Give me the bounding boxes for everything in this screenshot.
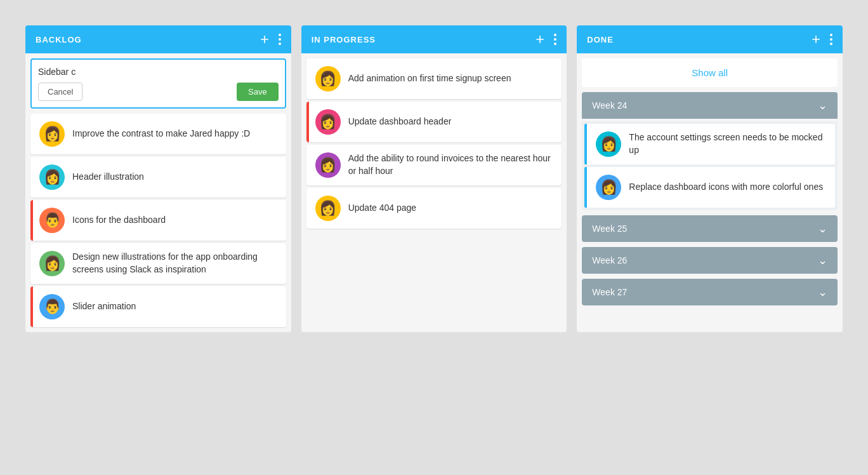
- card-text-ip2: Update dashboard header: [348, 116, 452, 128]
- card-text-ip1: Add animation on first time signup scree…: [348, 72, 511, 85]
- done-card-replace-icons[interactable]: 👩 Replace dashboard icons with more colo…: [584, 167, 835, 208]
- card-update-404[interactable]: 👩 Update 404 page: [306, 188, 562, 229]
- avatar-card-ip4: 👩: [315, 196, 341, 221]
- card-update-dashboard-header[interactable]: 👩 Update dashboard header: [306, 102, 562, 142]
- avatar-card-bc3: 👨: [39, 208, 65, 233]
- avatar-face-ip2: 👩: [319, 114, 336, 130]
- done-header-actions: [810, 33, 832, 46]
- week-row-25[interactable]: Week 25 ⌄: [582, 215, 838, 242]
- avatar-card-ip1: 👩: [315, 66, 341, 91]
- column-title-done: DONE: [587, 35, 614, 44]
- more-options-backlog-button[interactable]: [279, 34, 281, 45]
- avatar-face-bc1: 👩: [44, 126, 61, 142]
- vertical-dots-icon-backlog: [279, 34, 281, 45]
- avatar-face-ip3: 👩: [319, 157, 336, 173]
- more-options-inprogress-button[interactable]: [554, 34, 556, 45]
- avatar-done-dc1: 👩: [596, 131, 621, 157]
- inprogress-body: 👩 Add animation on first time signup scr…: [301, 53, 567, 332]
- avatar-face-ip1: 👩: [319, 70, 336, 87]
- chevron-down-icon-week25: ⌄: [818, 223, 827, 234]
- new-card-text-input[interactable]: [38, 67, 279, 77]
- card-text-bc3: Icons for the dashboard: [72, 214, 166, 227]
- card-text-bc2: Header illustration: [72, 171, 144, 184]
- backlog-body: Cancel Save 👩 Improve the contrast to ma…: [25, 53, 291, 332]
- week-24-cards: 👩 The account settings screen needs to b…: [582, 121, 838, 210]
- column-title-backlog: BACKLOG: [36, 35, 82, 44]
- avatar-card-bc4: 👩: [39, 251, 65, 276]
- column-header-backlog: BACKLOG: [25, 25, 291, 53]
- avatar-card-ip2: 👩: [315, 109, 341, 135]
- backlog-header-actions: [258, 33, 281, 46]
- chevron-down-icon-week27: ⌄: [818, 286, 827, 298]
- new-card-action-buttons: Cancel Save: [38, 83, 279, 101]
- vertical-dots-icon-inprogress: [554, 34, 556, 45]
- done-card-text-dc1: The account settings screen needs to be …: [629, 131, 826, 156]
- avatar-card-ip3: 👩: [315, 152, 341, 178]
- card-improve-contrast[interactable]: 👩 Improve the contrast to make Jared hap…: [30, 114, 286, 154]
- avatar-card-bc1: 👩: [39, 121, 65, 147]
- chevron-down-icon-week26: ⌄: [818, 255, 827, 266]
- avatar-card-bc5: 👨: [39, 294, 65, 319]
- week-row-27[interactable]: Week 27 ⌄: [582, 279, 838, 305]
- add-card-done-button[interactable]: [810, 33, 822, 46]
- avatar-face-bc4: 👩: [44, 255, 61, 272]
- avatar-card-bc2: 👩: [39, 164, 65, 190]
- done-body: Show all Week 24 ⌄ 👩 The account setting…: [577, 53, 843, 332]
- avatar-face-dc2: 👩: [600, 179, 617, 196]
- add-card-backlog-button[interactable]: [258, 33, 271, 46]
- kanban-board: BACKLOG Cancel Save: [13, 13, 855, 345]
- week-24-label: Week 24: [592, 100, 627, 110]
- card-icons-dashboard[interactable]: 👨 Icons for the dashboard: [30, 200, 286, 241]
- avatar-face-ip4: 👩: [319, 200, 336, 217]
- avatar-face-bc5: 👨: [44, 298, 61, 315]
- column-header-inprogress: IN PROGRESS: [301, 25, 567, 53]
- card-text-ip4: Update 404 page: [348, 202, 416, 215]
- week-row-26[interactable]: Week 26 ⌄: [582, 247, 838, 274]
- more-options-done-button[interactable]: [830, 34, 832, 45]
- column-inprogress: IN PROGRESS 👩 Add animation on first tim…: [301, 25, 567, 332]
- card-text-ip3: Add the ability to round invoices to the…: [348, 152, 553, 177]
- card-round-invoices[interactable]: 👩 Add the ability to round invoices to t…: [306, 145, 562, 185]
- card-text-bc4: Design new illustrations for the app onb…: [72, 251, 277, 276]
- card-text-bc5: Slider animation: [72, 300, 136, 313]
- week-25-label: Week 25: [592, 224, 627, 234]
- add-card-inprogress-button[interactable]: [534, 33, 546, 46]
- card-add-animation[interactable]: 👩 Add animation on first time signup scr…: [306, 58, 562, 99]
- column-title-inprogress: IN PROGRESS: [312, 35, 376, 44]
- column-header-done: DONE: [577, 25, 843, 53]
- week-27-label: Week 27: [592, 287, 627, 297]
- card-header-illustration[interactable]: 👩 Header illustration: [30, 157, 286, 197]
- avatar-face-dc1: 👩: [600, 136, 617, 152]
- inprogress-header-actions: [534, 33, 556, 46]
- done-card-text-dc2: Replace dashboard icons with more colorf…: [629, 181, 823, 194]
- vertical-dots-icon-done: [830, 34, 832, 45]
- week-row-24[interactable]: Week 24 ⌄: [582, 92, 838, 119]
- save-new-card-button[interactable]: Save: [237, 83, 279, 101]
- week-26-label: Week 26: [592, 255, 627, 265]
- avatar-face-bc2: 👩: [44, 169, 61, 185]
- show-all-button[interactable]: Show all: [582, 58, 838, 87]
- cancel-new-card-button[interactable]: Cancel: [38, 83, 82, 101]
- chevron-down-icon-week24: ⌄: [818, 100, 827, 111]
- avatar-done-dc2: 👩: [596, 175, 621, 200]
- card-design-illustrations[interactable]: 👩 Design new illustrations for the app o…: [30, 243, 286, 284]
- column-done: DONE Show all Week 24 ⌄: [577, 25, 843, 332]
- new-card-input-area: Cancel Save: [30, 58, 286, 109]
- card-slider-animation[interactable]: 👨 Slider animation: [30, 286, 286, 327]
- card-text-bc1: Improve the contrast to make Jared happy…: [72, 128, 250, 140]
- avatar-face-bc3: 👨: [44, 212, 61, 229]
- done-card-account-settings[interactable]: 👩 The account settings screen needs to b…: [584, 124, 835, 164]
- column-backlog: BACKLOG Cancel Save: [25, 25, 291, 332]
